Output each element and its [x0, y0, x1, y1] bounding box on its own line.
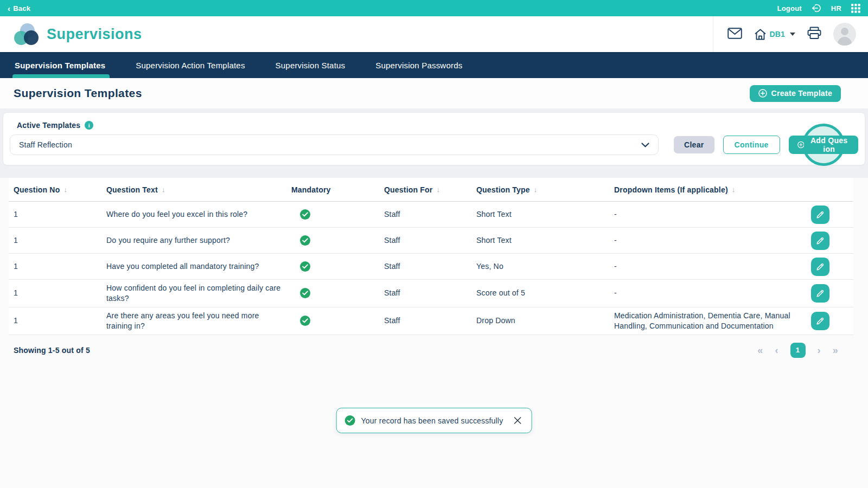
column-header[interactable]: Mandatory ↓ — [286, 185, 379, 194]
column-header[interactable]: Question For ↓ — [379, 185, 471, 194]
next-page-button[interactable]: › — [818, 345, 821, 355]
cell-question-text: Have you completed all mandatory trainin… — [101, 261, 286, 272]
cell-question-no: 1 — [9, 261, 101, 272]
brand: Supervisions — [13, 22, 142, 46]
top-utility-bar: ‹ Back Logout HR — [0, 0, 868, 16]
cell-question-for: Staff — [379, 209, 471, 220]
last-page-button[interactable]: » — [833, 345, 838, 355]
table-row: 1 Do you require any further support? St… — [9, 228, 853, 254]
edit-question-button[interactable] — [811, 312, 829, 330]
current-page-button[interactable]: 1 — [790, 343, 806, 358]
cell-dropdown-items: - — [609, 235, 803, 246]
chevron-down-icon — [790, 33, 795, 36]
app-logo — [13, 22, 39, 46]
table-row: 1 How confident do you feel in completin… — [9, 280, 853, 307]
cell-mandatory — [286, 261, 379, 272]
showing-count: Showing 1-5 out of 5 — [14, 346, 90, 355]
table-footer: Showing 1-5 out of 5 « ‹ 1 › » — [0, 335, 868, 358]
cell-question-no: 1 — [9, 288, 101, 298]
column-header[interactable]: Dropdown Items (If applicable) ↓ — [609, 185, 803, 194]
print-icon[interactable] — [807, 27, 821, 42]
pagination: « ‹ 1 › » — [757, 343, 838, 358]
hr-label[interactable]: HR — [831, 4, 841, 12]
plus-circle-icon — [758, 89, 767, 98]
mandatory-check-icon — [300, 316, 310, 326]
cell-question-no: 1 — [9, 235, 101, 246]
nav-tab[interactable]: Supervision Templates — [14, 61, 106, 78]
cell-question-type: Drop Down — [471, 316, 609, 326]
cell-dropdown-items: - — [609, 288, 803, 298]
cell-mandatory — [286, 209, 379, 220]
page-title-row: Supervision Templates Create Template — [0, 78, 868, 108]
first-page-button[interactable]: « — [757, 345, 763, 355]
toast-close-button[interactable] — [512, 415, 522, 426]
app-header: Supervisions DB1 — [0, 16, 868, 52]
cell-question-text: How confident do you feel in completing … — [101, 283, 286, 304]
database-selector[interactable]: DB1 — [754, 29, 795, 40]
sort-arrow-icon[interactable]: ↓ — [732, 185, 736, 194]
filter-card: Active Templates i Staff Reflection Clea… — [3, 112, 865, 165]
active-templates-label: Active Templates — [17, 121, 80, 130]
edit-question-button[interactable] — [811, 284, 829, 303]
cell-question-type: Score out of 5 — [471, 288, 609, 298]
create-template-button[interactable]: Create Template — [750, 85, 841, 102]
cell-question-for: Staff — [379, 261, 471, 272]
active-tab-underline — [12, 74, 110, 78]
table-row: 1 Where do you feel you excel in this ro… — [9, 202, 853, 228]
add-question-button[interactable]: Add Ques ion — [789, 136, 858, 154]
prev-page-button[interactable]: ‹ — [775, 345, 778, 355]
filter-zone: Active Templates i Staff Reflection Clea… — [0, 108, 868, 178]
success-toast: Your record has been saved successfully — [336, 408, 532, 433]
active-template-select[interactable]: Staff Reflection — [10, 134, 659, 155]
cell-mandatory — [286, 288, 379, 298]
cell-mandatory — [286, 316, 379, 326]
mandatory-check-icon — [300, 288, 310, 298]
cell-mandatory — [286, 235, 379, 246]
nav-tab[interactable]: Supervision Action Templates — [135, 61, 246, 78]
back-chevron-icon: ‹ — [8, 4, 10, 12]
cell-dropdown-items: Medication Administration, Dementia Care… — [609, 311, 803, 331]
pencil-icon — [816, 289, 825, 298]
cell-question-text: Where do you feel you excel in this role… — [101, 209, 286, 220]
nav-tab[interactable]: Supervision Passwords — [374, 61, 463, 78]
cell-dropdown-items: - — [609, 261, 803, 272]
cell-question-type: Short Text — [471, 209, 609, 220]
info-icon[interactable]: i — [85, 121, 93, 130]
pencil-icon — [816, 210, 825, 219]
toast-message: Your record has been saved successfully — [361, 416, 503, 425]
chevron-down-icon — [641, 143, 649, 147]
mandatory-check-icon — [300, 261, 310, 272]
sort-arrow-icon[interactable]: ↓ — [437, 185, 441, 194]
db-label: DB1 — [769, 30, 785, 38]
mail-icon[interactable] — [727, 28, 742, 41]
apps-grid-icon[interactable] — [851, 4, 860, 13]
cell-question-for: Staff — [379, 316, 471, 326]
user-avatar[interactable] — [833, 23, 856, 46]
column-header[interactable]: Question Type ↓ — [471, 185, 609, 194]
table-row: 1 Have you completed all mandatory train… — [9, 254, 853, 280]
close-icon — [513, 416, 521, 425]
back-label: Back — [13, 4, 30, 12]
mandatory-check-icon — [300, 209, 310, 220]
sort-arrow-icon[interactable]: ↓ — [63, 185, 67, 194]
sort-arrow-icon[interactable]: ↓ — [162, 185, 165, 194]
logout-icon[interactable] — [812, 3, 821, 13]
edit-question-button[interactable] — [811, 232, 829, 250]
clear-button[interactable]: Clear — [674, 136, 714, 153]
sort-arrow-icon[interactable]: ↓ — [534, 185, 538, 194]
cell-question-for: Staff — [379, 235, 471, 246]
pencil-icon — [816, 236, 825, 245]
column-header[interactable]: Question No ↓ — [9, 185, 101, 194]
edit-question-button[interactable] — [811, 258, 829, 276]
nav-tab[interactable]: Supervision Status — [275, 61, 347, 78]
continue-button[interactable]: Continue — [723, 136, 780, 154]
home-icon — [754, 29, 767, 40]
cell-question-no: 1 — [9, 316, 101, 326]
cell-question-text: Do you require any further support? — [101, 235, 286, 246]
back-button[interactable]: ‹ Back — [8, 4, 30, 12]
pencil-icon — [816, 317, 825, 325]
cell-question-no: 1 — [9, 209, 101, 220]
logout-button[interactable]: Logout — [777, 4, 802, 12]
edit-question-button[interactable] — [811, 206, 829, 224]
column-header[interactable]: Question Text ↓ — [101, 185, 286, 194]
